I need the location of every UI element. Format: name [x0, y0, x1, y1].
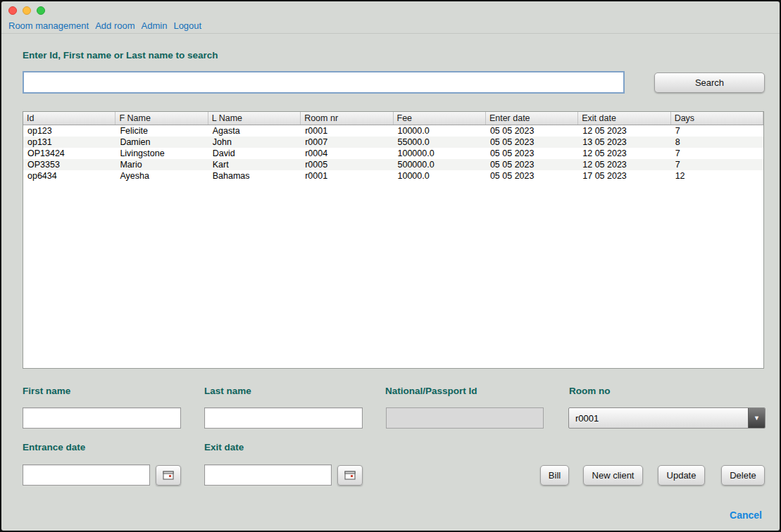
menu-bar: Room managementAdd roomAdminLogout	[1, 18, 780, 34]
table-cell: Felicite	[115, 125, 208, 137]
table-row[interactable]: OP13424LivingstoneDavidr0004100000.005 0…	[23, 148, 763, 159]
table-cell: 7	[671, 159, 763, 170]
table-cell: Livingstone	[115, 148, 208, 159]
table-cell: 05 05 2023	[486, 125, 578, 137]
table-cell: 17 05 2023	[578, 170, 670, 182]
table-cell: John	[208, 137, 301, 148]
menu-item-logout[interactable]: Logout	[173, 20, 201, 31]
room-no-label: Room no	[569, 386, 611, 396]
table-header: IdF NameL NameRoom nrFeeEnter dateExit d…	[23, 112, 763, 125]
table-cell: 12	[671, 170, 763, 182]
table-cell: 10000.0	[394, 170, 486, 182]
last-name-label: Last name	[204, 386, 251, 396]
menu-item-add-room[interactable]: Add room	[95, 20, 135, 31]
entrance-date-input[interactable]	[23, 464, 150, 486]
column-header-room-nr[interactable]: Room nr	[301, 112, 393, 125]
table-cell: r0004	[301, 148, 393, 159]
room-no-selected-value: r0001	[569, 413, 599, 424]
table-cell: 7	[671, 125, 763, 137]
column-header-enter-date[interactable]: Enter date	[486, 112, 578, 125]
column-header-id[interactable]: Id	[23, 112, 115, 125]
table-cell: r0005	[301, 159, 393, 170]
exit-date-calendar-button[interactable]	[337, 465, 363, 486]
zoom-button[interactable]	[37, 6, 45, 15]
entrance-date-label: Entrance date	[23, 442, 85, 452]
column-header-days[interactable]: Days	[671, 112, 763, 125]
new-client-button[interactable]: New client	[583, 465, 643, 486]
table-cell: Agasta	[208, 125, 301, 137]
close-button[interactable]	[8, 6, 17, 15]
table-body: op123FeliciteAgastar000110000.005 05 202…	[23, 125, 763, 182]
update-button[interactable]: Update	[658, 465, 705, 486]
cancel-link[interactable]: Cancel	[730, 509, 762, 521]
table-cell: 10000.0	[394, 125, 486, 137]
table-cell: op123	[23, 125, 115, 137]
column-header-l-name[interactable]: L Name	[208, 112, 301, 125]
exit-date-input[interactable]	[204, 464, 332, 486]
table-cell: Ayesha	[115, 170, 208, 182]
minimize-button[interactable]	[23, 6, 31, 15]
table-cell: Damien	[115, 137, 208, 148]
table-cell: 12 05 2023	[578, 125, 670, 137]
national-id-label: National/Passport Id	[385, 386, 477, 396]
calendar-icon	[344, 471, 356, 480]
search-input[interactable]	[23, 71, 625, 94]
table-cell: 55000.0	[394, 137, 486, 148]
table-cell: r0001	[301, 170, 393, 182]
first-name-input[interactable]	[23, 407, 181, 429]
table-cell: 05 05 2023	[486, 170, 578, 182]
table-row[interactable]: op131DamienJohnr000755000.005 05 202313 …	[23, 137, 763, 148]
table-cell: Mario	[115, 159, 208, 170]
chevron-down-icon: ▼	[748, 408, 765, 428]
national-id-input	[386, 407, 544, 429]
table-cell: OP3353	[23, 159, 115, 170]
table-cell: 7	[671, 148, 763, 159]
table-cell: op6434	[23, 170, 115, 182]
table-row[interactable]: op6434AyeshaBahamasr000110000.005 05 202…	[23, 170, 763, 182]
table-cell: 100000.0	[394, 148, 486, 159]
guest-table: IdF NameL NameRoom nrFeeEnter dateExit d…	[23, 111, 764, 369]
last-name-input[interactable]	[204, 407, 363, 429]
entrance-date-calendar-button[interactable]	[156, 465, 181, 486]
column-header-exit-date[interactable]: Exit date	[578, 112, 670, 125]
exit-date-label: Exit date	[204, 442, 244, 452]
bill-button[interactable]: Bill	[540, 465, 569, 486]
search-button[interactable]: Search	[654, 72, 765, 93]
room-no-select[interactable]: r0001 ▼	[568, 407, 766, 429]
window-controls	[8, 6, 45, 15]
table-cell: r0001	[301, 125, 393, 137]
table-cell: 500000.0	[394, 159, 486, 170]
first-name-label: First name	[23, 386, 70, 396]
table-cell: David	[208, 148, 301, 159]
app-window: Room managementAdd roomAdminLogout Enter…	[0, 0, 781, 532]
menu-item-room-management[interactable]: Room management	[8, 20, 89, 31]
menu-item-admin[interactable]: Admin	[142, 20, 168, 31]
table-row[interactable]: op123FeliciteAgastar000110000.005 05 202…	[23, 125, 763, 137]
column-header-fee[interactable]: Fee	[394, 112, 486, 125]
table-cell: 05 05 2023	[486, 148, 578, 159]
table-cell: 8	[671, 137, 763, 148]
title-bar	[1, 1, 780, 18]
table-cell: 13 05 2023	[578, 137, 670, 148]
table-cell: Kart	[208, 159, 301, 170]
table-cell: Bahamas	[208, 170, 301, 182]
table-cell: 05 05 2023	[486, 137, 578, 148]
column-header-f-name[interactable]: F Name	[115, 112, 208, 125]
table-cell: OP13424	[23, 148, 115, 159]
table-cell: 12 05 2023	[578, 159, 670, 170]
table-cell: 12 05 2023	[578, 148, 670, 159]
table-cell: op131	[23, 137, 115, 148]
table-row[interactable]: OP3353MarioKartr0005500000.005 05 202312…	[23, 159, 763, 170]
delete-button[interactable]: Delete	[721, 465, 765, 486]
search-label: Enter Id, First name or Last name to sea…	[23, 50, 218, 61]
table-cell: r0007	[301, 137, 393, 148]
calendar-icon	[163, 471, 174, 480]
table-cell: 05 05 2023	[486, 159, 578, 170]
